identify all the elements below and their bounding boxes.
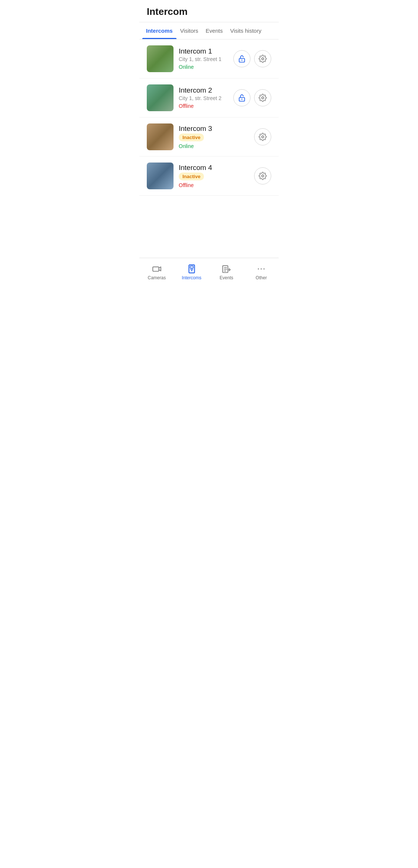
svg-point-3 [242, 99, 243, 100]
settings-button-1[interactable] [254, 50, 271, 67]
status-badge-4: Offline [179, 182, 194, 188]
lock-button-2[interactable] [233, 89, 250, 106]
events-nav-label: Events [220, 275, 233, 280]
nav-item-cameras[interactable]: Cameras [139, 261, 174, 283]
status-badge-1: Online [179, 64, 194, 70]
intercom-name-3: Intercom 3 [179, 125, 254, 133]
intercom-name-4: Intercom 4 [179, 164, 254, 172]
svg-rect-4 [153, 267, 159, 271]
svg-point-14 [261, 268, 262, 269]
intercom-info-2: Intercom 2 City 1, str. Street 2 Offline [179, 86, 233, 109]
tab-intercoms[interactable]: Intercoms [142, 22, 176, 39]
page-title: Intercom [147, 6, 188, 17]
table-row: Intercom 1 City 1, str. Street 1 Online [139, 39, 279, 78]
intercom-list: Intercom 1 City 1, str. Street 1 Online [139, 39, 279, 258]
other-nav-label: Other [256, 275, 267, 280]
intercom-actions-4 [254, 167, 271, 184]
nav-item-events[interactable]: Events [209, 261, 244, 283]
intercom-info-4: Intercom 4 Inactive Offline [179, 164, 254, 189]
camera-icon [152, 264, 162, 274]
table-row: Intercom 3 Inactive Online [139, 118, 279, 157]
settings-button-3[interactable] [254, 128, 271, 145]
inactive-badge-3: Inactive [179, 134, 204, 141]
bottom-navigation: Cameras Intercoms Events Other [139, 258, 279, 289]
intercoms-nav-label: Intercoms [182, 275, 201, 280]
events-nav-icon [221, 264, 231, 274]
svg-point-13 [258, 268, 259, 269]
settings-button-4[interactable] [254, 167, 271, 184]
lock-button-1[interactable] [233, 50, 250, 67]
intercom-actions-3 [254, 128, 271, 145]
nav-item-other[interactable]: Other [244, 261, 279, 283]
header: Intercom [139, 0, 279, 22]
settings-button-2[interactable] [254, 89, 271, 106]
intercom-address-2: City 1, str. Street 2 [179, 95, 233, 101]
svg-point-1 [242, 60, 243, 61]
status-badge-3: Online [179, 143, 194, 149]
status-badge-2: Offline [179, 103, 194, 109]
svg-point-15 [263, 268, 265, 269]
intercom-thumbnail-4 [147, 163, 174, 189]
intercom-thumbnail-2 [147, 84, 174, 111]
tab-visitors[interactable]: Visitors [176, 22, 202, 39]
other-nav-icon [256, 264, 266, 274]
nav-item-intercoms[interactable]: Intercoms [174, 261, 209, 283]
tab-visits-history[interactable]: Visits history [226, 22, 265, 39]
table-row: Intercom 4 Inactive Offline [139, 157, 279, 196]
intercom-nav-icon [187, 264, 197, 274]
intercom-info-1: Intercom 1 City 1, str. Street 1 Online [179, 47, 233, 70]
intercom-thumbnail-3 [147, 123, 174, 150]
svg-point-7 [191, 270, 192, 271]
cameras-nav-label: Cameras [148, 275, 166, 280]
tabs-bar: Intercoms Visitors Events Visits history [139, 22, 279, 39]
intercom-info-3: Intercom 3 Inactive Online [179, 125, 254, 150]
inactive-badge-4: Inactive [179, 173, 204, 180]
table-row: Intercom 2 City 1, str. Street 2 Offline [139, 78, 279, 118]
intercom-name-1: Intercom 1 [179, 47, 233, 55]
intercom-actions-2 [233, 89, 271, 106]
tab-events[interactable]: Events [202, 22, 227, 39]
intercom-actions-1 [233, 50, 271, 67]
intercom-name-2: Intercom 2 [179, 86, 233, 94]
intercom-thumbnail-1 [147, 45, 174, 72]
intercom-address-1: City 1, str. Street 1 [179, 56, 233, 62]
